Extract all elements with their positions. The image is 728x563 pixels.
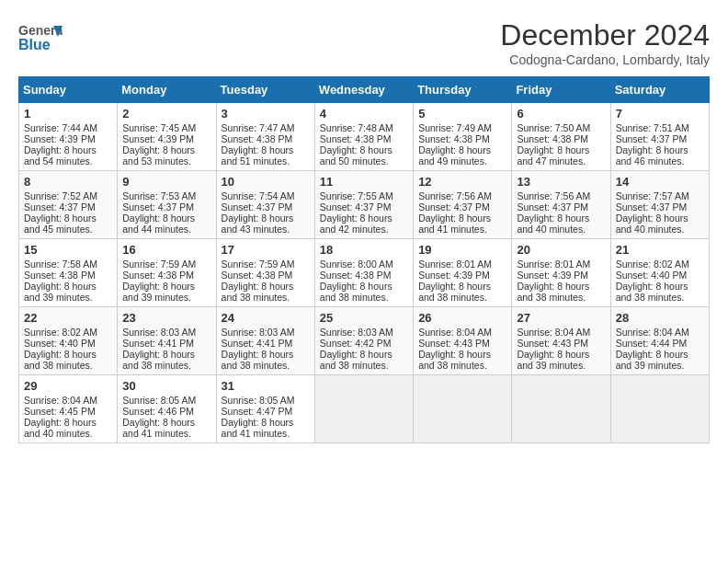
day-info-line: Sunrise: 7:44 AM (24, 122, 112, 133)
day-info-line: Sunrise: 7:57 AM (616, 190, 704, 201)
day-info-line: and 40 minutes. (517, 224, 605, 235)
day-info-line: Sunrise: 8:03 AM (320, 327, 408, 338)
day-info-line: Sunset: 4:38 PM (517, 133, 605, 144)
day-info-line: and 38 minutes. (616, 292, 704, 303)
weekday-header-monday: Monday (118, 77, 216, 103)
day-info-line: Daylight: 8 hours (122, 144, 210, 155)
day-info-line: Daylight: 8 hours (517, 349, 605, 360)
day-info-line: Sunset: 4:38 PM (222, 270, 310, 281)
calendar-cell: 5Sunrise: 7:49 AMSunset: 4:38 PMDaylight… (414, 103, 512, 171)
day-number: 10 (222, 175, 310, 189)
calendar-header-row: SundayMondayTuesdayWednesdayThursdayFrid… (19, 77, 710, 103)
calendar-cell: 7Sunrise: 7:51 AMSunset: 4:37 PMDaylight… (610, 103, 709, 171)
calendar-cell: 21Sunrise: 8:02 AMSunset: 4:40 PMDayligh… (610, 239, 709, 307)
day-info-line: Sunset: 4:38 PM (24, 270, 112, 281)
calendar-table: SundayMondayTuesdayWednesdayThursdayFrid… (18, 76, 710, 443)
day-number: 29 (24, 379, 112, 393)
day-number: 8 (24, 175, 112, 189)
day-number: 13 (517, 175, 605, 189)
day-info-line: Sunrise: 7:53 AM (122, 190, 210, 201)
day-info-line: and 41 minutes. (222, 428, 310, 439)
day-info-line: Sunrise: 8:00 AM (320, 259, 408, 270)
calendar-cell: 25Sunrise: 8:03 AMSunset: 4:42 PMDayligh… (314, 307, 413, 375)
day-info-line: and 46 minutes. (616, 155, 704, 167)
day-info-line: Sunrise: 7:45 AM (122, 122, 210, 133)
day-info-line: Daylight: 8 hours (122, 417, 210, 428)
day-info-line: Daylight: 8 hours (320, 349, 408, 360)
day-info-line: Daylight: 8 hours (517, 281, 605, 292)
day-number: 15 (24, 243, 112, 257)
weekday-header-saturday: Saturday (610, 77, 709, 103)
calendar-cell: 6Sunrise: 7:50 AMSunset: 4:38 PMDaylight… (512, 103, 610, 171)
day-number: 1 (24, 107, 112, 121)
day-info-line: Sunset: 4:38 PM (418, 133, 506, 144)
day-info-line: Sunset: 4:38 PM (320, 133, 408, 144)
calendar-cell: 26Sunrise: 8:04 AMSunset: 4:43 PMDayligh… (414, 307, 512, 375)
day-number: 17 (222, 243, 310, 257)
day-info-line: and 38 minutes. (222, 292, 310, 303)
day-info-line: Daylight: 8 hours (616, 213, 704, 224)
weekday-header-thursday: Thursday (414, 77, 512, 103)
day-info-line: and 38 minutes. (24, 360, 112, 371)
day-info-line: and 38 minutes. (517, 292, 605, 303)
calendar-cell: 28Sunrise: 8:04 AMSunset: 4:44 PMDayligh… (610, 307, 709, 375)
calendar-week-1: 1Sunrise: 7:44 AMSunset: 4:39 PMDaylight… (19, 103, 710, 171)
day-info-line: Sunrise: 7:48 AM (320, 122, 408, 133)
day-info-line: Sunrise: 8:04 AM (418, 327, 506, 338)
day-info-line: Sunrise: 7:59 AM (122, 259, 210, 270)
day-info-line: Sunset: 4:37 PM (616, 133, 704, 144)
calendar-cell: 14Sunrise: 7:57 AMSunset: 4:37 PMDayligh… (610, 171, 709, 239)
day-info-line: and 38 minutes. (320, 360, 408, 371)
calendar-cell: 11Sunrise: 7:55 AMSunset: 4:37 PMDayligh… (314, 171, 413, 239)
day-info-line: Daylight: 8 hours (222, 144, 310, 155)
day-info-line: Sunset: 4:37 PM (122, 201, 210, 213)
calendar-week-4: 22Sunrise: 8:02 AMSunset: 4:40 PMDayligh… (19, 307, 710, 375)
day-info-line: Daylight: 8 hours (616, 349, 704, 360)
day-info-line: Sunrise: 7:47 AM (222, 122, 310, 133)
svg-text:Blue: Blue (18, 37, 51, 52)
day-number: 31 (222, 379, 310, 393)
day-info-line: and 39 minutes. (24, 292, 112, 303)
day-info-line: Sunset: 4:39 PM (122, 133, 210, 144)
calendar-cell: 31Sunrise: 8:05 AMSunset: 4:47 PMDayligh… (216, 375, 314, 443)
day-info-line: Daylight: 8 hours (517, 144, 605, 155)
day-info-line: Daylight: 8 hours (222, 281, 310, 292)
day-info-line: Daylight: 8 hours (320, 213, 408, 224)
day-info-line: Daylight: 8 hours (24, 281, 112, 292)
day-number: 22 (24, 311, 112, 325)
day-info-line: Sunrise: 7:56 AM (517, 190, 605, 201)
day-info-line: and 51 minutes. (222, 155, 310, 167)
day-number: 14 (616, 175, 704, 189)
day-info-line: Daylight: 8 hours (418, 144, 506, 155)
day-info-line: and 38 minutes. (418, 360, 506, 371)
day-number: 27 (517, 311, 605, 325)
day-info-line: Daylight: 8 hours (418, 349, 506, 360)
day-info-line: and 40 minutes. (616, 224, 704, 235)
calendar-cell: 10Sunrise: 7:54 AMSunset: 4:37 PMDayligh… (216, 171, 314, 239)
day-info-line: Daylight: 8 hours (616, 144, 704, 155)
day-number: 24 (222, 311, 310, 325)
calendar-cell: 23Sunrise: 8:03 AMSunset: 4:41 PMDayligh… (118, 307, 216, 375)
day-number: 21 (616, 243, 704, 257)
calendar-week-2: 8Sunrise: 7:52 AMSunset: 4:37 PMDaylight… (19, 171, 710, 239)
day-number: 25 (320, 311, 408, 325)
calendar-cell: 17Sunrise: 7:59 AMSunset: 4:38 PMDayligh… (216, 239, 314, 307)
calendar-cell: 13Sunrise: 7:56 AMSunset: 4:37 PMDayligh… (512, 171, 610, 239)
day-info-line: Sunrise: 7:59 AM (222, 259, 310, 270)
day-number: 2 (122, 107, 210, 121)
logo-icon: General Blue (18, 18, 63, 55)
day-info-line: Daylight: 8 hours (320, 144, 408, 155)
day-info-line: Daylight: 8 hours (24, 144, 112, 155)
day-info-line: Daylight: 8 hours (616, 281, 704, 292)
page-header: General Blue December 2024 Codogna-Carda… (18, 18, 710, 67)
day-info-line: Sunrise: 7:49 AM (418, 122, 506, 133)
day-number: 18 (320, 243, 408, 257)
calendar-cell: 24Sunrise: 8:03 AMSunset: 4:41 PMDayligh… (216, 307, 314, 375)
day-number: 7 (616, 107, 704, 121)
day-info-line: and 45 minutes. (24, 224, 112, 235)
day-info-line: Daylight: 8 hours (24, 417, 112, 428)
day-info-line: Daylight: 8 hours (222, 417, 310, 428)
calendar-cell: 2Sunrise: 7:45 AMSunset: 4:39 PMDaylight… (118, 103, 216, 171)
calendar-cell: 1Sunrise: 7:44 AMSunset: 4:39 PMDaylight… (19, 103, 118, 171)
day-info-line: and 41 minutes. (418, 224, 506, 235)
